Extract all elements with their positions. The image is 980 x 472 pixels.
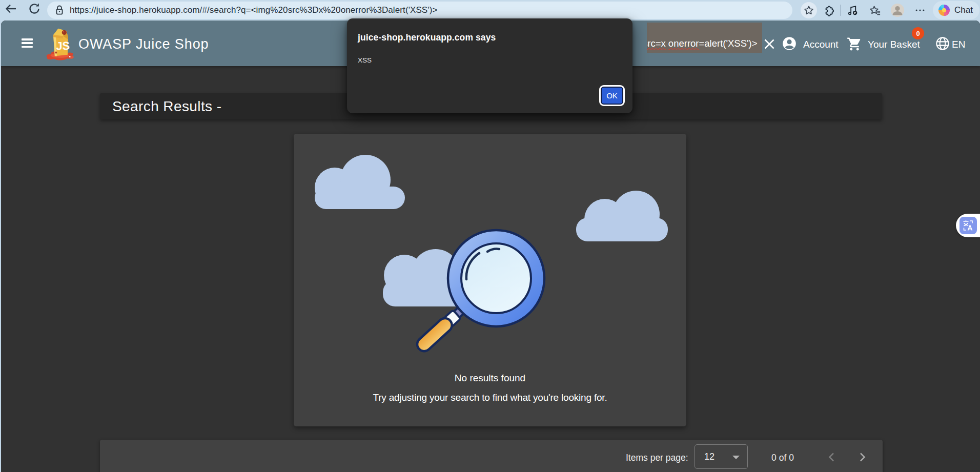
juice-shop-logo: JS: [45, 25, 78, 63]
search-results-heading-text: Search Results -: [112, 98, 221, 115]
favorite-this-page-icon[interactable]: [801, 2, 817, 18]
profile-avatar[interactable]: [886, 1, 909, 19]
app-title[interactable]: OWASP Juice Shop: [78, 36, 209, 52]
chat-label: Chat: [954, 5, 973, 15]
settings-menu-icon[interactable]: [909, 1, 931, 19]
browser-back-icon[interactable]: [4, 2, 17, 15]
copilot-chat-button[interactable]: Chat: [933, 1, 979, 19]
account-icon[interactable]: [782, 36, 797, 51]
search-value-misspelled-1: src=x: [647, 38, 666, 49]
paginator: Items per page: 12 0 of 0: [100, 440, 883, 472]
language-button[interactable]: EN: [952, 39, 965, 50]
no-results-title: No results found: [294, 373, 686, 384]
alert-dialog: juice-shop.herokuapp.com says XSS OK: [347, 18, 632, 113]
alert-ok-button[interactable]: OK: [601, 87, 623, 105]
url-text: https://juice-shop.herokuapp.com/#/searc…: [70, 5, 437, 15]
favorites-icon[interactable]: [864, 1, 886, 19]
cloud-1: [315, 155, 405, 209]
toolbar-separator: [840, 5, 841, 16]
media-controls-icon[interactable]: [841, 1, 864, 19]
search-input[interactable]: src=x onerror=alert('XSS')>: [647, 23, 762, 53]
page-size-select[interactable]: 12: [695, 444, 748, 469]
copilot-icon: [937, 4, 951, 17]
address-bar[interactable]: https://juice-shop.herokuapp.com/#/searc…: [47, 2, 792, 19]
basket-count-badge: 0: [912, 27, 924, 39]
menu-icon[interactable]: [22, 38, 33, 48]
next-page-icon[interactable]: [856, 451, 868, 463]
language-globe-icon[interactable]: [935, 36, 950, 51]
search-value: src=x onerror=alert('XSS')>: [647, 38, 758, 49]
browser-chrome: https://juice-shop.herokuapp.com/#/searc…: [0, 0, 980, 20]
extensions-icon[interactable]: [817, 1, 840, 19]
browser-refresh-icon[interactable]: [28, 2, 41, 15]
basket-icon[interactable]: [847, 36, 862, 52]
account-button[interactable]: Account: [803, 39, 839, 50]
page-range-label: 0 of 0: [757, 453, 808, 463]
alert-dialog-message: XSS: [358, 56, 372, 64]
lock-icon[interactable]: [54, 5, 65, 16]
search-value-misspelled-2: onerror: [668, 38, 699, 49]
basket-button[interactable]: Your Basket: [868, 39, 920, 50]
items-per-page-label: Items per page:: [626, 453, 688, 463]
page-size-value: 12: [704, 452, 714, 462]
close-search-icon[interactable]: [763, 38, 775, 50]
no-results-subtitle: Try adjusting your search to find what y…: [294, 392, 686, 403]
svg-text:JS: JS: [56, 39, 70, 52]
select-caret-icon: [732, 456, 740, 459]
no-results-card: No results found Try adjusting your sear…: [294, 134, 686, 426]
previous-page-icon[interactable]: [826, 451, 838, 463]
translate-flyout[interactable]: [956, 214, 980, 237]
translate-icon: [959, 217, 977, 234]
cloud-2: [576, 191, 668, 241]
alert-dialog-title: juice-shop.herokuapp.com says: [358, 32, 496, 43]
search-value-rest: =alert('XSS')>: [699, 38, 758, 49]
no-results-illustration: [294, 134, 686, 370]
